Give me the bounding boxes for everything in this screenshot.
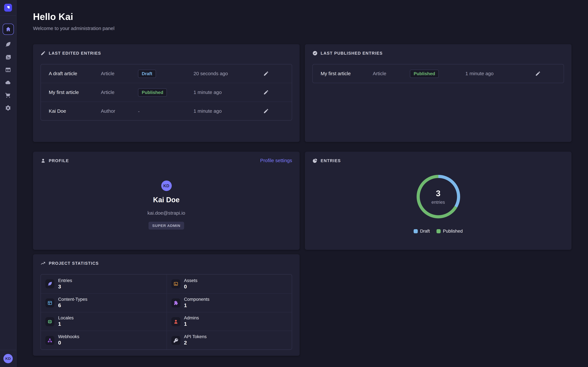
edit-entry-button[interactable] bbox=[263, 108, 269, 114]
sidebar: KD bbox=[0, 0, 17, 367]
entry-time: 1 minute ago bbox=[465, 71, 535, 76]
profile-email: kai.doe@strapi.io bbox=[147, 210, 185, 216]
sidebar-divider-bottom bbox=[0, 350, 16, 350]
layout-icon bbox=[45, 298, 54, 307]
entry-type: Article bbox=[101, 71, 138, 76]
check-circle-icon bbox=[312, 50, 318, 56]
card-title: PROFILE bbox=[49, 158, 69, 163]
project-statistics-card: PROJECT STATISTICS Entries3 Assets0 Cont… bbox=[33, 254, 300, 356]
page-title: Hello Kai bbox=[33, 11, 114, 22]
card-header: LAST PUBLISHED ENTRIES bbox=[312, 50, 564, 56]
chart-legend: Draft Published bbox=[414, 228, 463, 234]
edit-entry-button[interactable] bbox=[535, 71, 541, 76]
edit-entry-button[interactable] bbox=[263, 71, 269, 76]
pencil-icon bbox=[41, 50, 46, 56]
stat-api-tokens: API Tokens2 bbox=[166, 331, 292, 349]
stat-locales: Locales1 bbox=[41, 312, 166, 331]
card-header: PROFILE Profile settings bbox=[41, 158, 292, 163]
card-header: ENTRIES bbox=[312, 158, 564, 163]
user-icon bbox=[41, 158, 46, 163]
stat-components: Components1 bbox=[166, 293, 292, 312]
published-swatch bbox=[437, 229, 441, 233]
entry-type: Author bbox=[101, 108, 138, 114]
last-published-table: My first article Article Published 1 min… bbox=[312, 64, 564, 83]
last-published-entries-card: LAST PUBLISHED ENTRIES My first article … bbox=[305, 44, 571, 142]
entries-chart: 3 entries Draft Published bbox=[312, 163, 564, 234]
draft-swatch bbox=[414, 229, 418, 233]
sidebar-nav bbox=[2, 24, 14, 111]
entry-time: 20 seconds ago bbox=[194, 71, 263, 76]
stat-value: 0 bbox=[184, 283, 198, 290]
user-avatar[interactable]: KD bbox=[3, 354, 13, 363]
stat-entries: Entries3 bbox=[41, 275, 166, 293]
stat-content-types: Content-Types6 bbox=[41, 293, 166, 312]
page-subtitle: Welcome to your administration panel bbox=[33, 25, 114, 31]
card-title: ENTRIES bbox=[321, 158, 341, 163]
pencil-icon bbox=[535, 71, 541, 76]
stat-label: Locales bbox=[58, 316, 74, 321]
sidebar-item-home[interactable] bbox=[2, 24, 14, 35]
entries-count: 3 bbox=[436, 189, 441, 198]
legend-label: Published bbox=[443, 228, 463, 234]
stat-value: 0 bbox=[58, 340, 79, 346]
sidebar-item-media-library[interactable] bbox=[5, 54, 11, 60]
image-icon bbox=[171, 279, 180, 288]
images-icon bbox=[5, 54, 11, 60]
profile-settings-link[interactable]: Profile settings bbox=[260, 158, 292, 163]
stat-label: Admins bbox=[184, 316, 199, 321]
feather-icon bbox=[45, 279, 54, 288]
card-header: PROJECT STATISTICS bbox=[41, 261, 292, 266]
entry-name: My first article bbox=[321, 71, 373, 76]
stat-value: 1 bbox=[58, 321, 74, 327]
feather-icon bbox=[5, 41, 11, 48]
strapi-logo[interactable] bbox=[4, 4, 12, 12]
cart-icon bbox=[5, 92, 11, 99]
profile-avatar: KD bbox=[161, 181, 172, 191]
role-badge: SUPER ADMIN bbox=[148, 222, 184, 230]
sidebar-item-content-manager[interactable] bbox=[5, 41, 11, 48]
status-empty: - bbox=[138, 108, 140, 114]
stat-label: Content-Types bbox=[58, 297, 87, 302]
strapi-admin-dashboard: KD Hello Kai Welcome to your administrat… bbox=[0, 0, 588, 367]
stat-value: 1 bbox=[184, 321, 199, 327]
stat-assets: Assets0 bbox=[166, 275, 292, 293]
status-badge: Draft bbox=[138, 69, 156, 78]
last-edited-entries-card: LAST EDITED ENTRIES A draft article Arti… bbox=[33, 44, 300, 142]
profile-body: KD Kai Doe kai.doe@strapi.io SUPER ADMIN bbox=[41, 181, 292, 230]
profile-name: Kai Doe bbox=[153, 196, 180, 204]
donut-center: 3 entries bbox=[414, 172, 463, 221]
sidebar-divider-top bbox=[0, 15, 16, 16]
stat-label: Webhooks bbox=[58, 334, 79, 340]
home-icon bbox=[5, 26, 11, 32]
card-title: LAST EDITED ENTRIES bbox=[49, 51, 101, 55]
card-title: LAST PUBLISHED ENTRIES bbox=[321, 51, 383, 55]
sidebar-item-deploy[interactable] bbox=[5, 79, 11, 86]
gear-icon bbox=[5, 105, 11, 111]
puzzle-icon bbox=[171, 298, 180, 307]
sidebar-item-content-type-builder[interactable] bbox=[5, 67, 11, 73]
cloud-icon bbox=[5, 79, 11, 86]
user-icon bbox=[171, 317, 180, 326]
entry-time: 1 minute ago bbox=[194, 108, 263, 114]
status-badge: Published bbox=[138, 88, 167, 97]
page-header: Hello Kai Welcome to your administration… bbox=[33, 11, 114, 31]
sidebar-item-settings[interactable] bbox=[5, 105, 11, 111]
edit-entry-button[interactable] bbox=[263, 90, 269, 95]
layout-icon bbox=[5, 67, 11, 73]
sidebar-item-marketplace[interactable] bbox=[5, 92, 11, 99]
stat-label: API Tokens bbox=[184, 334, 207, 340]
strapi-logo-icon bbox=[5, 5, 11, 10]
trending-up-icon bbox=[41, 261, 46, 266]
stat-webhooks: Webhooks0 bbox=[41, 331, 166, 349]
table-row: My first article Article Published 1 min… bbox=[313, 64, 564, 83]
pencil-icon bbox=[263, 108, 269, 114]
sidebar-bottom: KD bbox=[0, 350, 16, 367]
stat-value: 1 bbox=[184, 302, 209, 309]
stat-admins: Admins1 bbox=[166, 312, 292, 331]
table-row: Kai Doe Author - 1 minute ago bbox=[41, 101, 292, 120]
entry-time: 1 minute ago bbox=[194, 90, 263, 95]
stat-label: Components bbox=[184, 297, 209, 302]
profile-card: PROFILE Profile settings KD Kai Doe kai.… bbox=[33, 152, 300, 250]
card-title: PROJECT STATISTICS bbox=[49, 261, 99, 266]
legend-label: Draft bbox=[420, 228, 430, 234]
